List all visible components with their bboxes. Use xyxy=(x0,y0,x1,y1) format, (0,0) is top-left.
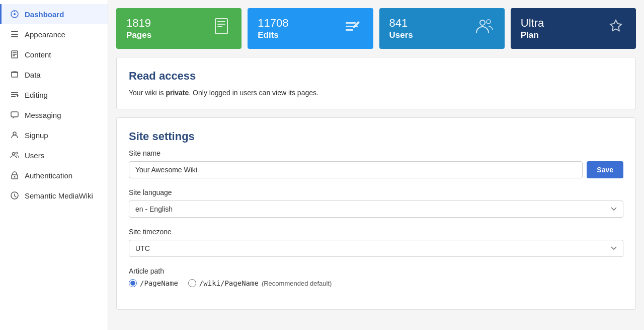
main-content: 1819 Pages 11708 Edits xyxy=(108,0,644,330)
sidebar-label-messaging: Messaging xyxy=(25,111,61,119)
edits-stat-icon xyxy=(343,16,363,41)
article-path-option-wiki-pagename[interactable]: /wiki/PageName (Recommended default) xyxy=(188,279,332,287)
article-path-label-pagename: /PageName xyxy=(140,279,178,287)
sidebar-item-editing[interactable]: Editing xyxy=(0,85,108,105)
site-name-input-row: Save xyxy=(129,161,623,178)
sidebar-item-signup[interactable]: Signup xyxy=(0,125,108,145)
read-access-title: Read access xyxy=(129,70,623,83)
article-path-radio-wiki-pagename[interactable] xyxy=(188,279,196,287)
svg-rect-23 xyxy=(346,22,356,24)
stat-card-users: 841 Users xyxy=(379,8,505,49)
site-language-select[interactable]: en - English xyxy=(129,201,623,218)
svg-point-27 xyxy=(487,20,491,24)
read-access-section: Read access Your wiki is private. Only l… xyxy=(116,57,636,109)
sidebar-label-authentication: Authentication xyxy=(25,171,72,180)
site-timezone-label: Site timezone xyxy=(129,228,623,236)
site-settings-title: Site settings xyxy=(129,130,623,143)
svg-point-26 xyxy=(480,20,485,25)
sidebar-label-signup: Signup xyxy=(25,131,48,140)
sidebar-label-content: Content xyxy=(25,50,51,59)
svg-point-15 xyxy=(13,153,15,155)
sidebar-item-authentication[interactable]: Authentication xyxy=(0,165,108,185)
appearance-icon xyxy=(10,29,20,39)
site-language-label: Site language xyxy=(129,188,623,196)
svg-rect-11 xyxy=(11,94,18,95)
stat-label-plan: Plan xyxy=(521,30,544,40)
svg-rect-7 xyxy=(13,52,17,53)
article-path-option-pagename[interactable]: /PageName xyxy=(129,279,178,287)
stat-card-plan: Ultra Plan xyxy=(511,8,636,49)
data-icon xyxy=(10,70,20,80)
svg-rect-5 xyxy=(11,36,18,37)
svg-rect-12 xyxy=(11,96,16,97)
stat-info-users: 841 Users xyxy=(389,17,413,40)
site-timezone-group: Site timezone UTC xyxy=(129,228,623,257)
content-icon xyxy=(10,49,20,59)
dashboard-icon xyxy=(10,9,20,19)
article-path-radio-pagename[interactable] xyxy=(129,279,137,287)
stat-info-pages: 1819 Pages xyxy=(126,17,151,40)
users-icon xyxy=(10,150,20,160)
article-path-label-wiki-pagename: /wiki/PageName xyxy=(199,279,259,287)
svg-point-2 xyxy=(14,11,15,12)
site-name-group: Site name Save xyxy=(129,149,623,178)
stats-row: 1819 Pages 11708 Edits xyxy=(116,8,636,49)
site-name-input[interactable] xyxy=(129,161,583,178)
signup-icon xyxy=(10,130,20,140)
semantic-mediawiki-icon xyxy=(10,190,20,201)
stat-label-pages: Pages xyxy=(126,30,151,40)
editing-icon xyxy=(10,90,20,100)
stat-card-pages: 1819 Pages xyxy=(116,8,242,49)
stat-card-edits: 11708 Edits xyxy=(248,8,373,49)
sidebar-label-editing: Editing xyxy=(25,91,48,99)
svg-rect-25 xyxy=(346,29,353,31)
authentication-icon xyxy=(10,170,20,180)
stat-number-users: 841 xyxy=(389,17,413,30)
svg-point-16 xyxy=(16,152,18,154)
read-access-text-before: Your wiki is xyxy=(129,89,166,97)
sidebar-item-semantic-mediawiki[interactable]: Semantic MediaWiki xyxy=(0,185,108,206)
pages-stat-icon xyxy=(211,16,231,41)
site-settings-section: Site settings Site name Save Site langua… xyxy=(116,117,636,310)
svg-rect-9 xyxy=(13,55,15,56)
svg-point-14 xyxy=(13,132,16,135)
site-language-group: Site language en - English xyxy=(129,188,623,218)
sidebar-item-data[interactable]: Data xyxy=(0,64,108,85)
svg-rect-13 xyxy=(11,112,18,117)
sidebar-item-content[interactable]: Content xyxy=(0,44,108,64)
stat-info-edits: 11708 Edits xyxy=(258,17,288,40)
stat-label-edits: Edits xyxy=(258,30,288,40)
stat-number-edits: 11708 xyxy=(258,17,288,30)
stat-number-pages: 1819 xyxy=(126,17,151,30)
messaging-icon xyxy=(10,110,20,120)
sidebar-item-messaging[interactable]: Messaging xyxy=(0,105,108,125)
site-timezone-select[interactable]: UTC xyxy=(129,240,623,257)
read-access-text-after: . Only logged in users can view its page… xyxy=(189,89,318,97)
read-access-text-bold: private xyxy=(166,89,189,97)
read-access-text: Your wiki is private. Only logged in use… xyxy=(129,89,623,97)
article-path-label: Article path xyxy=(129,267,623,275)
article-path-radio-group: /PageName /wiki/PageName (Recommended de… xyxy=(129,279,623,287)
stat-info-plan: Ultra Plan xyxy=(521,17,544,40)
svg-point-18 xyxy=(14,176,16,178)
sidebar-item-appearance[interactable]: Appearance xyxy=(0,24,108,44)
sidebar: Dashboard Appearance Content xyxy=(0,0,108,330)
save-button[interactable]: Save xyxy=(587,161,623,178)
sidebar-label-users: Users xyxy=(25,151,44,160)
svg-point-1 xyxy=(14,13,16,15)
svg-rect-3 xyxy=(11,31,18,32)
svg-rect-20 xyxy=(217,21,225,22)
site-name-label: Site name xyxy=(129,149,623,157)
plan-stat-icon xyxy=(606,16,626,41)
stat-number-plan: Ultra xyxy=(521,17,544,30)
article-path-note-wiki-pagename: (Recommended default) xyxy=(262,280,332,287)
sidebar-label-appearance: Appearance xyxy=(25,30,65,39)
svg-rect-8 xyxy=(13,54,17,55)
users-stat-icon xyxy=(474,16,495,41)
sidebar-item-users[interactable]: Users xyxy=(0,145,108,165)
stat-label-users: Users xyxy=(389,30,413,40)
svg-rect-4 xyxy=(11,34,18,35)
sidebar-label-dashboard: Dashboard xyxy=(25,10,64,19)
sidebar-item-dashboard[interactable]: Dashboard xyxy=(0,4,108,24)
svg-rect-22 xyxy=(217,26,222,27)
